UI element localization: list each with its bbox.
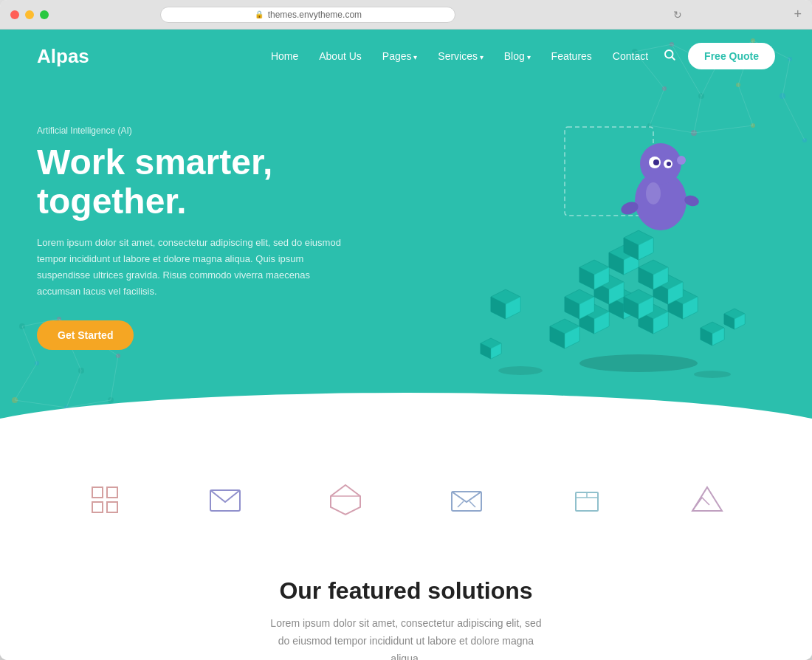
mac-titlebar: 🔒 themes.envytheme.com ↻ + xyxy=(0,0,812,30)
svg-line-48 xyxy=(672,57,675,59)
nav-services[interactable]: Services xyxy=(438,49,483,63)
search-icon[interactable] xyxy=(663,48,676,64)
strip-icon-5 xyxy=(561,474,613,526)
refresh-icon[interactable]: ↻ xyxy=(673,9,682,21)
featured-title: Our featured solutions xyxy=(44,577,768,605)
lock-icon: 🔒 xyxy=(255,10,264,18)
nav-home[interactable]: Home xyxy=(271,49,298,63)
nav-pages[interactable]: Pages xyxy=(382,49,417,63)
strip-icon-4 xyxy=(441,474,492,526)
svg-point-52 xyxy=(694,371,731,378)
svg-point-108 xyxy=(653,159,659,165)
get-started-button[interactable]: Get Started xyxy=(37,320,134,350)
icons-strip xyxy=(0,437,812,555)
add-tab-button[interactable]: + xyxy=(794,7,802,22)
hero-title: Work smarter, together. xyxy=(37,143,391,221)
strip-icon-3 xyxy=(320,474,371,526)
svg-point-50 xyxy=(579,354,698,372)
mac-window: 🔒 themes.envytheme.com ↻ + xyxy=(0,0,812,660)
nav-features[interactable]: Features xyxy=(551,49,592,63)
hero-subtitle: Artificial Intelligence (AI) xyxy=(37,126,391,136)
frame-icon xyxy=(86,481,123,518)
free-quote-button[interactable]: Free Quote xyxy=(688,43,775,69)
svg-marker-125 xyxy=(692,487,722,511)
nav-contact[interactable]: Contact xyxy=(613,49,648,63)
site-logo[interactable]: Alpas xyxy=(37,45,89,68)
hero-text: Artificial Intelligence (AI) Work smarte… xyxy=(37,126,391,350)
mountain-icon xyxy=(689,481,726,518)
nav-blog[interactable]: Blog xyxy=(504,49,531,63)
diamond-icon xyxy=(327,481,364,518)
svg-point-110 xyxy=(677,156,686,165)
navbar: Alpas Home About Us Pages Services Blog … xyxy=(0,30,812,83)
strip-icon-2 xyxy=(199,474,251,526)
svg-point-113 xyxy=(646,182,661,204)
strip-icon-6 xyxy=(681,474,733,526)
svg-point-51 xyxy=(498,366,543,375)
svg-point-109 xyxy=(667,162,671,166)
strip-icon-1 xyxy=(79,474,131,526)
nav-about[interactable]: About Us xyxy=(319,49,362,63)
envelope-icon xyxy=(207,481,244,518)
site-content: Alpas Home About Us Pages Services Blog … xyxy=(0,30,812,660)
url-bar[interactable]: 🔒 themes.envytheme.com xyxy=(160,7,455,23)
hero-section: Alpas Home About Us Pages Services Blog … xyxy=(0,30,812,437)
svg-marker-119 xyxy=(331,485,360,515)
featured-section: Our featured solutions Lorem ipsum dolor… xyxy=(0,555,812,660)
url-text: themes.envytheme.com xyxy=(268,10,362,20)
isometric-cubes-svg xyxy=(417,112,749,378)
hero-description: Lorem ipsum dolor sit amet, consectetur … xyxy=(37,235,347,300)
svg-rect-117 xyxy=(107,502,117,512)
minimize-button[interactable] xyxy=(25,10,34,19)
svg-point-105 xyxy=(640,143,681,185)
svg-rect-114 xyxy=(92,487,103,498)
hero-illustration xyxy=(391,97,775,378)
box-icon xyxy=(568,481,605,518)
svg-rect-115 xyxy=(92,502,103,512)
hero-body: Artificial Intelligence (AI) Work smarte… xyxy=(0,83,812,437)
layers-icon xyxy=(448,481,485,518)
maximize-button[interactable] xyxy=(40,10,49,19)
svg-rect-116 xyxy=(107,487,117,498)
nav-links: Home About Us Pages Services Blog Featur… xyxy=(271,49,648,63)
close-button[interactable] xyxy=(10,10,19,19)
featured-description: Lorem ipsum dolor sit amet, consectetur … xyxy=(266,615,546,660)
